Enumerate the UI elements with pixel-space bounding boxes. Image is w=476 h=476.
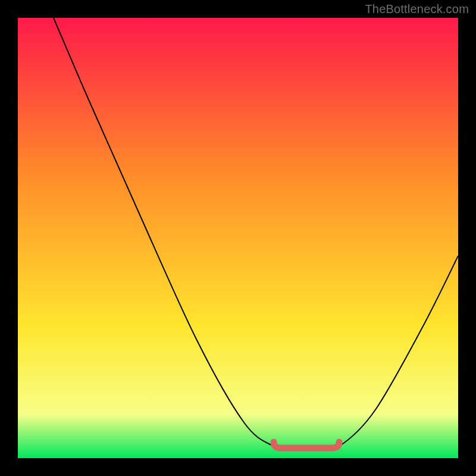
- chart-area: [18, 18, 458, 458]
- flat-region-marker: [274, 442, 339, 448]
- bottleneck-curve-svg: [18, 18, 458, 458]
- watermark-text: TheBottleneck.com: [365, 2, 469, 16]
- bottleneck-curve-path: [54, 18, 458, 450]
